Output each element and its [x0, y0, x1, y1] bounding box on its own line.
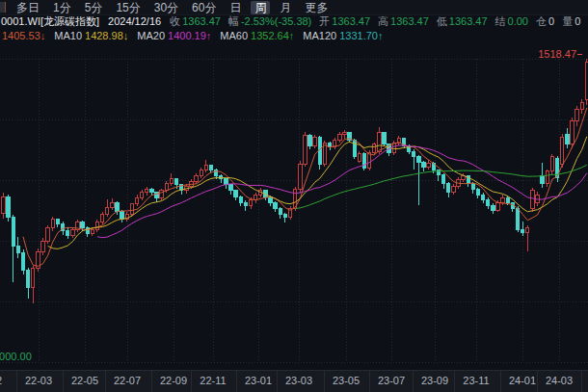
candle-down	[283, 214, 286, 217]
candle-up	[496, 203, 499, 210]
candle-down	[447, 183, 450, 193]
quote-date: 2024/12/16	[108, 15, 161, 27]
candle-up	[560, 138, 563, 165]
x-axis-tick	[454, 371, 455, 392]
candle-up	[41, 241, 44, 252]
candle-up	[204, 166, 207, 170]
x-axis-tick	[500, 371, 501, 392]
candle-up	[343, 133, 346, 134]
candle-up	[580, 102, 583, 109]
ma-label: MA60	[220, 30, 248, 41]
info-field-label: 收	[170, 14, 180, 28]
ma-label: MA10	[54, 30, 82, 41]
candle-up	[392, 144, 395, 153]
candle-up	[571, 120, 574, 144]
candle-up	[91, 229, 94, 234]
x-axis-band[interactable]: 21-1222-0322-0522-0722-0922-1123-0123-03…	[0, 370, 588, 392]
candle-up	[299, 165, 302, 190]
candle-up	[100, 214, 103, 222]
ma-value: 1352.64↑	[251, 30, 294, 41]
info-field-value: 0	[575, 15, 580, 27]
candle-up	[378, 133, 381, 151]
candle-up	[140, 193, 143, 197]
x-axis-tick	[324, 371, 325, 392]
kline-window: 多日1分5分15分30分60分日周月更多 0001.WI[龙源碳指数] 2024…	[0, 0, 588, 392]
candle-down	[413, 151, 415, 156]
period-tab-2[interactable]: 5分	[81, 1, 107, 14]
candle-down	[417, 156, 420, 162]
x-axis-label: 22-05	[71, 375, 98, 386]
candle-down	[471, 183, 474, 190]
info-field-label: 量	[562, 14, 573, 28]
x-axis-tick	[413, 371, 414, 392]
info-field-label: 高	[378, 14, 388, 28]
info-field-label: 幅	[228, 14, 239, 28]
candle-up	[367, 152, 370, 168]
x-axis-label: 22-09	[160, 375, 187, 386]
candle-down	[492, 205, 494, 210]
candle-down	[279, 208, 281, 214]
candle-down	[308, 135, 311, 145]
candle-down	[239, 196, 242, 202]
period-tab-4[interactable]: 30分	[150, 1, 182, 14]
info-field-value: 1363.47	[332, 15, 370, 27]
x-axis-tick	[277, 371, 278, 392]
info-field-label: 低	[437, 14, 447, 28]
candle-down	[7, 197, 10, 218]
candle-down	[66, 231, 68, 236]
info-field-label: 仓	[536, 14, 547, 28]
candle-down	[328, 143, 331, 146]
ma10-line	[48, 137, 587, 249]
period-tab-1[interactable]: 1分	[49, 1, 75, 14]
candlestick-chart[interactable]	[0, 42, 588, 369]
ma-indicator-bar: 1405.53↓MA101428.98↓MA201400.19↑MA601352…	[2, 28, 588, 42]
ma-value: 1428.98↓	[85, 30, 128, 41]
period-tab-9[interactable]: 更多	[301, 1, 332, 14]
info-field-value: 0.00	[508, 15, 528, 27]
period-tab-0[interactable]: 多日	[13, 1, 43, 14]
candle-down	[383, 133, 386, 144]
candle-up	[200, 170, 202, 175]
period-tab-8[interactable]: 月	[276, 1, 295, 14]
candle-up	[195, 175, 198, 181]
candle-down	[229, 185, 232, 191]
x-axis-label: 23-11	[463, 375, 489, 386]
partial-toolbar-icon[interactable]	[0, 2, 6, 13]
candle-up	[2, 197, 5, 213]
info-field-value: 1363.47	[182, 15, 221, 27]
ma-value: 1400.19↑	[168, 30, 211, 41]
ma-label: MA20	[137, 30, 165, 41]
x-axis-label: 24-03	[546, 375, 573, 386]
x-axis-label: 23-09	[421, 375, 448, 386]
candle-up	[46, 228, 49, 241]
max-price-tick	[577, 54, 582, 55]
candle-down	[441, 175, 444, 184]
max-price-label: 1518.47	[538, 48, 582, 60]
info-field-value: 1363.47	[390, 15, 429, 27]
candle-down	[516, 209, 519, 229]
period-tab-6[interactable]: 日	[226, 1, 245, 14]
candle-up	[501, 197, 504, 202]
ma-value: 1405.53↓	[2, 30, 45, 41]
candle-down	[487, 199, 490, 205]
period-tab-7[interactable]: 周	[251, 1, 270, 14]
candle-up	[170, 179, 173, 183]
candle-down	[481, 195, 484, 199]
candle-up	[427, 163, 430, 167]
candle-up	[531, 190, 534, 208]
candle-down	[16, 247, 19, 253]
x-axis-label: 23-01	[245, 375, 272, 386]
candle-up	[130, 204, 133, 214]
ma-label: MA120	[303, 30, 336, 41]
candle-up	[338, 134, 341, 140]
candle-down	[422, 162, 425, 167]
info-field-label: 结	[495, 14, 506, 28]
min-price-label: 1000.00	[0, 351, 32, 362]
candle-down	[566, 134, 569, 144]
period-tab-3[interactable]: 15分	[112, 1, 144, 14]
candle-down	[26, 270, 29, 287]
x-axis-tick	[236, 371, 237, 392]
period-tab-5[interactable]: 60分	[188, 1, 220, 14]
ma20-line	[97, 145, 587, 238]
candle-up	[304, 135, 307, 164]
